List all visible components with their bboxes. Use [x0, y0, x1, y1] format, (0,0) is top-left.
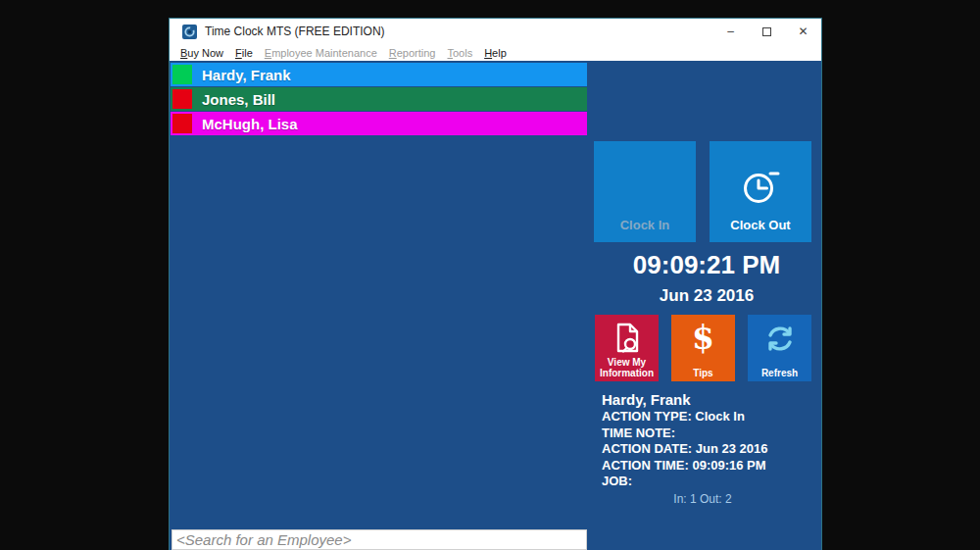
clock-out-label: Clock Out	[710, 218, 811, 232]
tips-label: Tips	[671, 368, 735, 378]
document-search-icon	[595, 321, 659, 358]
refresh-label: Refresh	[748, 368, 811, 378]
action-time-line: ACTION TIME: 09:09:16 PM	[602, 458, 768, 475]
current-date: Jun 23 2016	[594, 286, 819, 306]
content-area: Hardy, Frank Jones, Bill McHugh, Lisa Cl…	[170, 61, 821, 550]
clock-icon	[710, 165, 811, 210]
employee-row-hardy-frank[interactable]: Hardy, Frank	[171, 63, 587, 86]
menu-item-tools[interactable]: Tools	[441, 47, 478, 59]
maximize-button[interactable]	[749, 19, 785, 44]
minimize-icon: –	[727, 25, 734, 38]
employee-row-jones-bill[interactable]: Jones, Bill	[171, 87, 587, 111]
menu-item-employee-maintenance[interactable]: Employee Maintenance	[259, 47, 383, 59]
minimize-button[interactable]: –	[712, 19, 749, 44]
tips-tile[interactable]: $ Tips	[671, 315, 735, 381]
menu-item-reporting[interactable]: Reporting	[383, 47, 442, 59]
view-my-information-tile[interactable]: View My Information	[595, 315, 659, 381]
title-bar: Time Clock MTS (FREE EDITION) – ✕	[170, 19, 821, 44]
employee-name: McHugh, Lisa	[202, 116, 298, 132]
clock-in-tile[interactable]: Clock In	[594, 141, 696, 242]
employee-search-input[interactable]	[172, 529, 587, 550]
refresh-tile[interactable]: Refresh	[748, 315, 811, 381]
menu-item-help[interactable]: Help	[478, 47, 513, 59]
close-icon: ✕	[798, 25, 808, 38]
menu-item-buy-now[interactable]: Buy Now	[174, 47, 229, 59]
close-button[interactable]: ✕	[785, 19, 821, 44]
employee-row-mchugh-lisa[interactable]: McHugh, Lisa	[171, 112, 587, 135]
maximize-icon	[762, 27, 771, 36]
employee-name: Jones, Bill	[202, 91, 275, 108]
status-indicator	[172, 89, 192, 109]
time-note-line: TIME NOTE:	[602, 425, 768, 442]
in-out-status: In: 1 Out: 2	[594, 492, 811, 506]
menu-item-file[interactable]: File	[229, 47, 259, 59]
clock-in-label: Clock In	[594, 218, 696, 232]
clock-tiles: Clock In Clock Out	[594, 141, 811, 242]
app-window: Time Clock MTS (FREE EDITION) – ✕ Buy No…	[169, 18, 822, 550]
job-line: JOB:	[602, 474, 768, 490]
clock-out-tile[interactable]: Clock Out	[710, 141, 811, 242]
employee-list: Hardy, Frank Jones, Bill McHugh, Lisa	[171, 63, 587, 136]
refresh-icon	[748, 321, 811, 358]
employee-name: Hardy, Frank	[202, 67, 291, 83]
action-date-line: ACTION DATE: Jun 23 2016	[602, 441, 768, 458]
status-indicator	[172, 114, 192, 133]
last-action-panel: Hardy, Frank ACTION TYPE: Clock In TIME …	[602, 391, 768, 490]
window-title: Time Clock MTS (FREE EDITION)	[205, 25, 385, 38]
action-type-line: ACTION TYPE: Clock In	[602, 409, 768, 425]
dollar-icon: $	[671, 321, 735, 356]
last-action-employee-name: Hardy, Frank	[602, 391, 768, 409]
small-tiles: View My Information $ Tips Refresh	[595, 315, 811, 381]
timeclock-app-icon	[182, 25, 197, 39]
view-my-information-label: View My Information	[595, 357, 659, 378]
window-controls: – ✕	[712, 19, 821, 44]
menu-bar: Buy Now File Employee Maintenance Report…	[170, 44, 821, 61]
status-indicator	[172, 65, 192, 84]
current-time: 09:09:21 PM	[594, 250, 819, 280]
